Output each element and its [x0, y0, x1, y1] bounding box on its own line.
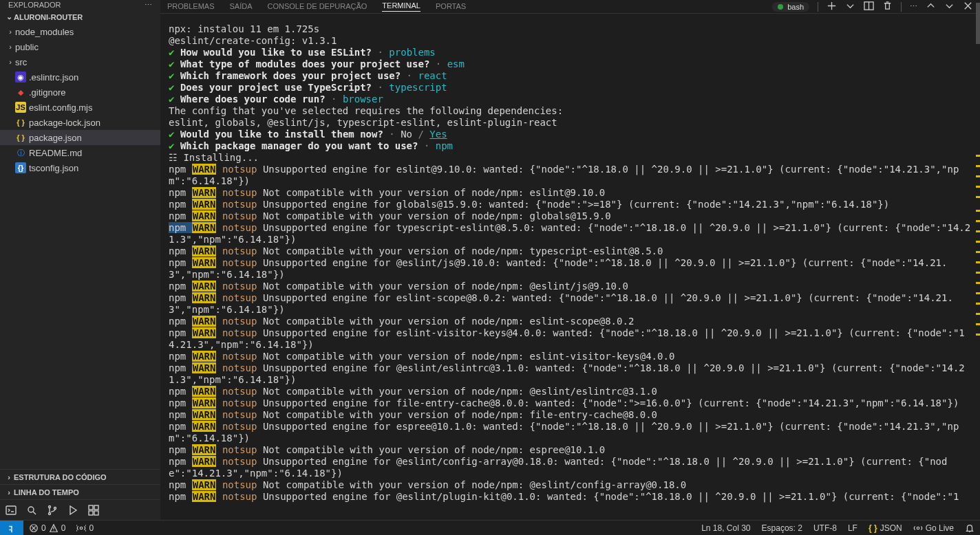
debug-run-icon[interactable]: [67, 505, 78, 516]
svg-point-2: [49, 505, 51, 507]
shell-name: bash: [787, 3, 804, 11]
chevron-down-icon: ⌄: [4, 12, 14, 21]
chevron-down-icon[interactable]: [944, 1, 955, 12]
explorer-title: EXPLORADOR: [8, 1, 61, 9]
project-header[interactable]: ⌄ ALURONI-ROUTER: [0, 10, 160, 24]
info-icon: ⓘ: [15, 147, 26, 158]
shell-running-dot: [778, 4, 783, 10]
section-outline[interactable]: › ESTRUTURA DO CÓDIGO: [0, 469, 160, 484]
search-icon[interactable]: [26, 505, 37, 516]
project-name: ALURONI-ROUTER: [14, 13, 83, 21]
json-icon: { }: [15, 117, 26, 128]
svg-rect-7: [89, 511, 93, 515]
status-language[interactable]: { }JSON: [863, 523, 908, 533]
svg-point-11: [81, 527, 83, 529]
file--eslintrc-json[interactable]: ◉.eslintrc.json: [0, 69, 160, 85]
status-spaces[interactable]: Espaços: 2: [756, 523, 808, 533]
file-tsconfig-json[interactable]: {}tsconfig.json: [0, 160, 160, 175]
status-eol[interactable]: LF: [842, 523, 863, 533]
svg-rect-8: [94, 511, 98, 515]
remote-button[interactable]: [0, 521, 23, 536]
svg-point-4: [54, 507, 56, 509]
svg-point-1: [28, 507, 34, 512]
outline-label: ESTRUTURA DO CÓDIGO: [14, 473, 107, 481]
git-icon: ◆: [15, 87, 26, 98]
status-ports[interactable]: 0: [71, 523, 99, 533]
status-lncol[interactable]: Ln 18, Col 30: [696, 523, 756, 533]
chevron-down-icon[interactable]: [845, 1, 855, 12]
maximize-icon[interactable]: [926, 1, 936, 12]
braces-icon: { }: [869, 523, 877, 533]
svg-point-3: [49, 512, 51, 514]
trash-icon[interactable]: [882, 1, 893, 12]
file-README-md[interactable]: ⓘREADME.md: [0, 145, 160, 160]
chevron-right-icon: ›: [4, 488, 14, 496]
file-package-lock-json[interactable]: { }package-lock.json: [0, 115, 160, 130]
tab-debugconsole[interactable]: CONSOLE DE DEPURAÇÃO: [267, 2, 367, 12]
tab-problems[interactable]: PROBLEMAS: [167, 2, 214, 12]
status-bar: 0 0 0 Ln 18, Col 30 Espaços: 2 UTF-8 LF …: [0, 520, 980, 535]
folder-node_modules[interactable]: ›node_modules: [0, 24, 160, 39]
chevron-right-icon: ›: [4, 473, 14, 481]
section-timeline[interactable]: › LINHA DO TEMPO: [0, 484, 160, 499]
ts-icon: {}: [15, 162, 26, 173]
folder-public[interactable]: ›public: [0, 39, 160, 54]
close-panel-icon[interactable]: [963, 1, 973, 12]
svg-rect-5: [89, 505, 93, 510]
terminal-output[interactable]: npx: instalou 11 em 1.725s@eslint/create…: [160, 14, 980, 520]
js-icon: JS: [15, 102, 26, 113]
panel-tabs: PROBLEMAS SAÍDA CONSOLE DE DEPURAÇÃO TER…: [160, 0, 980, 14]
json-icon: { }: [15, 132, 26, 143]
file--gitignore[interactable]: ◆.gitignore: [0, 85, 160, 100]
status-notifications[interactable]: [959, 523, 980, 533]
terminal-minimap[interactable]: [976, 0, 980, 520]
explorer-more-icon[interactable]: ⋯: [145, 1, 152, 10]
new-terminal-icon[interactable]: [827, 1, 837, 12]
tab-ports[interactable]: PORTAS: [436, 2, 466, 12]
chevron-right-icon: ›: [6, 43, 15, 51]
svg-point-12: [917, 527, 919, 529]
terminal-icon[interactable]: [6, 505, 17, 516]
file-package-json[interactable]: { }package.json: [0, 130, 160, 145]
explorer-sidebar: EXPLORADOR ⋯ ⌄ ALURONI-ROUTER ›node_modu…: [0, 0, 160, 520]
tab-terminal[interactable]: TERMINAL: [382, 1, 420, 12]
timeline-label: LINHA DO TEMPO: [14, 488, 79, 496]
svg-rect-6: [94, 505, 98, 510]
split-terminal-icon[interactable]: [864, 1, 874, 12]
status-errors[interactable]: 0 0: [23, 523, 71, 533]
terminal-panel: PROBLEMAS SAÍDA CONSOLE DE DEPURAÇÃO TER…: [160, 0, 980, 520]
sidebar-footer-actions: [0, 499, 160, 520]
status-golive[interactable]: Go Live: [908, 523, 959, 533]
svg-rect-0: [6, 506, 16, 514]
extensions-icon[interactable]: [88, 505, 99, 516]
tab-output[interactable]: SAÍDA: [229, 2, 252, 12]
branch-icon[interactable]: [47, 505, 58, 516]
chevron-right-icon: ›: [6, 28, 15, 36]
more-icon[interactable]: ⋯: [910, 2, 917, 11]
shell-badge[interactable]: bash: [772, 2, 809, 12]
eslint-icon: ◉: [15, 72, 26, 83]
file-eslint-config-mjs[interactable]: JSeslint.config.mjs: [0, 100, 160, 115]
chevron-right-icon: ›: [6, 58, 15, 66]
folder-src[interactable]: ›src: [0, 54, 160, 69]
status-encoding[interactable]: UTF-8: [808, 523, 842, 533]
